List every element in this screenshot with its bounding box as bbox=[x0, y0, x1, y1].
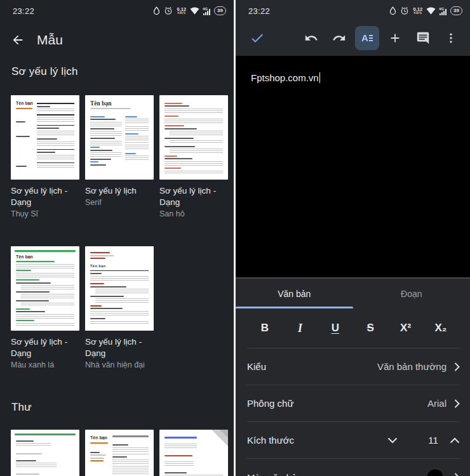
font-value: Arial bbox=[427, 398, 446, 409]
three-dot-menu-icon bbox=[445, 32, 457, 44]
arrow-back-icon bbox=[11, 33, 25, 47]
document-canvas[interactable]: Fptshop.com.vn bbox=[236, 56, 470, 277]
check-icon bbox=[250, 30, 265, 46]
template-name: Sơ yếu lý lịch - Dạng bbox=[11, 185, 79, 208]
template-row-1: Tên bạn bbox=[11, 95, 228, 220]
template-name: Sơ yếu lý lịch - Dạng bbox=[11, 336, 79, 359]
chevron-right-icon bbox=[454, 362, 460, 371]
subscript-button[interactable]: X₂ bbox=[428, 315, 453, 341]
template-card-resume-swiss[interactable]: Tên bạn bbox=[11, 95, 79, 220]
template-name: Sơ yếu lý lịch - Dạng bbox=[159, 185, 228, 208]
overflow-menu-button[interactable] bbox=[437, 24, 465, 52]
cell-signal-icon: 4G bbox=[440, 7, 446, 15]
section-title-resume: Sơ yếu lý lịch bbox=[11, 65, 78, 78]
template-thumbnail bbox=[11, 430, 79, 476]
water-drop-icon bbox=[389, 6, 396, 15]
editor-screen: 23:22 0.12 KB/S 4G 39 bbox=[236, 0, 470, 476]
bold-button[interactable]: B bbox=[252, 315, 278, 341]
text-color-swatch bbox=[426, 468, 444, 476]
format-button-active-background: A bbox=[355, 26, 379, 50]
chevron-right-icon bbox=[454, 473, 460, 476]
statusbar-left: 23:22 0.12 KB/S 4G 39 bbox=[0, 0, 234, 19]
editor-toolbar: A bbox=[236, 22, 470, 55]
alarm-clock-icon bbox=[164, 6, 173, 15]
insert-button[interactable] bbox=[381, 24, 409, 52]
style-label: Kiểu bbox=[247, 361, 266, 372]
template-card-resume-green[interactable]: Tên bạn bbox=[11, 246, 79, 371]
format-button[interactable]: A bbox=[353, 24, 381, 52]
section-title-letter: Thư bbox=[11, 401, 32, 414]
font-row[interactable]: Phông chữ Arial bbox=[236, 385, 470, 421]
screen: 23:22 0.12 KB/S 4G 39 Mẫu bbox=[0, 0, 470, 476]
template-card-letter-2[interactable]: Tên bạn bbox=[85, 430, 154, 476]
font-size-label: Kích thước bbox=[247, 435, 294, 446]
underline-button[interactable]: U bbox=[323, 315, 348, 341]
plus-icon bbox=[388, 31, 402, 45]
template-card-resume-modern-writer[interactable]: Tên bạn Sơ yếu lý lịch - Dạng Nh bbox=[85, 246, 154, 371]
document-text: Fptshop.com.vn bbox=[251, 72, 320, 83]
status-icons: 0.12 KB/S 4G 39 bbox=[389, 6, 462, 15]
template-thumbnail: Tên bạn bbox=[85, 95, 154, 180]
text-style-buttons: B I U S X² X₂ bbox=[236, 308, 470, 348]
battery-icon: 39 bbox=[450, 6, 462, 15]
templates-header: Mẫu bbox=[0, 23, 234, 57]
page-title: Mẫu bbox=[37, 32, 63, 48]
template-thumbnail: Tên bạn bbox=[85, 246, 154, 331]
template-thumbnail bbox=[159, 430, 228, 476]
font-size-row: Kích thước 11 bbox=[236, 422, 470, 458]
back-button[interactable] bbox=[4, 26, 32, 54]
wifi-icon bbox=[426, 7, 436, 15]
decrease-size-chevron-down-icon[interactable] bbox=[387, 437, 398, 444]
active-tab-indicator bbox=[236, 307, 353, 308]
template-card-resume-coral[interactable]: Sơ yếu lý lịch - Dạng San hô bbox=[159, 95, 228, 220]
template-card-letter-1[interactable] bbox=[11, 430, 79, 476]
template-variant: San hô bbox=[159, 209, 228, 220]
clock-time: 23:22 bbox=[248, 6, 270, 16]
template-name: Sơ yếu lý lịch - Dạng bbox=[85, 336, 154, 359]
superscript-button[interactable]: X² bbox=[393, 315, 419, 341]
template-name: Sơ yếu lý lịch bbox=[85, 185, 154, 197]
format-panel-tabs: Văn bản Đoạn bbox=[236, 279, 470, 308]
text-color-label: Màu văn bản bbox=[247, 472, 302, 476]
strikethrough-button[interactable]: S bbox=[358, 315, 383, 341]
done-button[interactable] bbox=[243, 24, 271, 52]
network-speed-indicator: 0.12 KB/S bbox=[413, 7, 422, 15]
increase-size-chevron-up-icon[interactable] bbox=[450, 437, 460, 444]
template-card-letter-3[interactable] bbox=[159, 430, 228, 476]
undo-icon bbox=[304, 31, 318, 45]
template-variant: Nhà văn hiện đại bbox=[85, 360, 154, 371]
template-card-resume-serif[interactable]: Tên bạn bbox=[85, 95, 154, 220]
style-row[interactable]: Kiểu Văn bản thường bbox=[236, 348, 470, 385]
templates-screen: 23:22 0.12 KB/S 4G 39 Mẫu bbox=[0, 0, 234, 476]
template-thumbnail: Tên bạn bbox=[11, 246, 79, 331]
text-color-row[interactable]: Màu văn bản bbox=[236, 459, 470, 476]
redo-button[interactable] bbox=[325, 24, 353, 52]
template-thumbnail bbox=[159, 95, 228, 180]
comment-button[interactable] bbox=[409, 24, 437, 52]
tab-paragraph[interactable]: Đoạn bbox=[353, 279, 470, 308]
tab-text[interactable]: Văn bản bbox=[236, 279, 353, 308]
template-thumbnail: Tên bạn bbox=[11, 95, 79, 180]
template-variant: Thụy Sĩ bbox=[11, 209, 79, 220]
template-row-2: Tên bạn bbox=[11, 246, 154, 371]
cell-signal-icon: 4G bbox=[203, 7, 210, 15]
font-size-value: 11 bbox=[417, 435, 450, 446]
statusbar-right: 23:22 0.12 KB/S 4G 39 bbox=[236, 0, 470, 19]
undo-button[interactable] bbox=[297, 24, 325, 52]
redo-icon bbox=[332, 31, 346, 45]
italic-button[interactable]: I bbox=[287, 315, 312, 341]
water-drop-icon bbox=[153, 6, 160, 15]
network-speed-indicator: 0.12 KB/S bbox=[177, 7, 186, 15]
format-panel: Văn bản Đoạn B I U S X² X₂ Kiểu Văn bản … bbox=[236, 277, 470, 476]
status-icons: 0.12 KB/S 4G 39 bbox=[153, 6, 226, 15]
template-row-3: Tên bạn bbox=[11, 430, 228, 476]
template-variant: Màu xanh lá bbox=[11, 360, 79, 371]
template-variant: Serif bbox=[85, 197, 154, 208]
comment-icon bbox=[416, 31, 430, 45]
svg-text:A: A bbox=[361, 32, 368, 43]
font-label: Phông chữ bbox=[247, 398, 293, 409]
clock-time: 23:22 bbox=[13, 6, 34, 16]
style-value: Văn bản thường bbox=[377, 361, 446, 372]
text-cursor bbox=[319, 72, 321, 83]
battery-icon: 39 bbox=[214, 6, 226, 15]
